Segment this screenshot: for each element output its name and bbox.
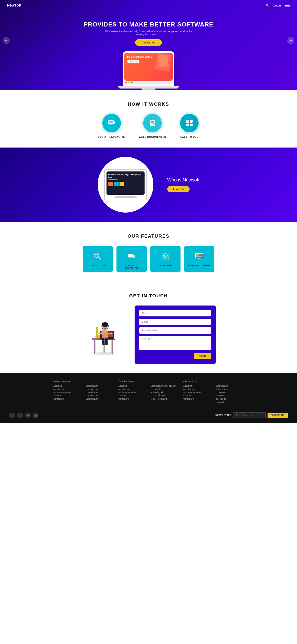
- easy-icon: [180, 114, 199, 132]
- how-works-section: HOW IT WORKS FULLY RESPONSIVE: [0, 90, 297, 148]
- footer-item: Lorem ipsum: [86, 388, 114, 390]
- footer-item[interactable]: Services: [183, 394, 211, 397]
- footer-item[interactable]: Services: [118, 394, 146, 397]
- menu-button[interactable]: [285, 3, 290, 8]
- how-works-label-2: EASY TO USE: [180, 136, 198, 138]
- footer-social: f t in ig: [9, 412, 38, 418]
- monitor-content: Powerful Web Hosting Landing Page Zero: [108, 173, 143, 186]
- phone-input[interactable]: [139, 327, 211, 334]
- footer-item: consectetur: [216, 391, 244, 394]
- svg-rect-12: [190, 120, 193, 123]
- contact-inner: SEND: [9, 306, 288, 364]
- svg-rect-41: [112, 340, 113, 354]
- header-right: 🔍 Login: [266, 3, 290, 8]
- subscribe-button[interactable]: SUBSCRIBE: [268, 412, 288, 418]
- svg-rect-53: [98, 333, 103, 334]
- linkedin-icon[interactable]: in: [25, 412, 31, 418]
- hero-arrow-left[interactable]: ←: [3, 37, 10, 44]
- svg-rect-7: [151, 124, 153, 124]
- contact-section: GET IN TOUCH: [0, 282, 297, 373]
- footer-col-title-0: New software: [53, 380, 81, 383]
- clean-codes-icon: [92, 250, 103, 262]
- footer-item[interactable]: About services: [53, 388, 81, 390]
- how-works-item-1: WELL DOCUMENTED: [139, 114, 166, 138]
- newsletter-input[interactable]: [233, 412, 266, 418]
- feature-label-2: FREE FONT: [158, 264, 172, 267]
- features-title: OUR FEATURES: [9, 234, 288, 239]
- feature-card-0: CLEAN CODES: [83, 246, 113, 272]
- how-works-item-0: FULLY RESPONSIVE: [98, 114, 125, 138]
- footer-item: Lorem ipsum: [86, 385, 114, 387]
- footer-item[interactable]: Services: [53, 394, 81, 397]
- footer-item[interactable]: Contact Us: [183, 398, 211, 400]
- footer-col-5: Lorem ipsum dolor sit amet, consectetur …: [216, 380, 244, 404]
- newsletter-label: NEWSLETTER: [215, 414, 231, 416]
- svg-point-65: [102, 343, 105, 345]
- how-works-title: HOW IT WORKS: [9, 102, 288, 107]
- footer-col-title-1: [86, 380, 114, 383]
- laptop-screen: Build Your Better Software Get Started: [124, 53, 173, 80]
- svg-text:F: F: [164, 255, 166, 257]
- footer-col-4: Contact Us About Us About services About…: [183, 380, 211, 404]
- svg-rect-5: [151, 121, 154, 122]
- feature-card-1: PERFECT SHOWCASE: [116, 246, 147, 272]
- facebook-icon[interactable]: f: [9, 412, 15, 418]
- svg-rect-21: [128, 254, 133, 257]
- feature-label-3: HIGH RESOLUTION: [188, 264, 211, 267]
- footer-col-2: The Services About Us About services Abo…: [118, 380, 146, 404]
- monitor-text: Powerful Web Hosting Landing Page Zero: [108, 173, 143, 178]
- footer-item: sed do eiusmod: [151, 394, 179, 397]
- search-icon[interactable]: 🔍: [266, 4, 269, 7]
- hero-section: Newsoft 🔍 Login ← → PROVIDES TO MAKE BET…: [0, 0, 297, 90]
- how-works-label-0: FULLY RESPONSIVE: [98, 136, 125, 138]
- footer-item: consectetur: [151, 388, 179, 390]
- name-input[interactable]: [139, 310, 211, 316]
- contact-title: GET IN TOUCH: [9, 293, 288, 298]
- footer-item[interactable]: About Departments: [118, 391, 146, 394]
- footer-item[interactable]: About services: [183, 388, 211, 390]
- documented-icon: [143, 114, 162, 132]
- email-input[interactable]: [139, 319, 211, 325]
- svg-point-62: [106, 327, 106, 327]
- features-section: OUR FEATURES CLEAN CODES: [0, 222, 297, 282]
- instagram-icon[interactable]: ig: [33, 412, 38, 418]
- svg-text:A: A: [167, 258, 168, 259]
- svg-rect-36: [198, 258, 201, 259]
- footer-item[interactable]: About Departments: [183, 391, 211, 394]
- who-circle: Powerful Web Hosting Landing Page Zero: [98, 157, 153, 212]
- send-button[interactable]: SEND: [194, 353, 211, 359]
- twitter-icon[interactable]: t: [17, 412, 23, 418]
- who-monitor: Powerful Web Hosting Landing Page Zero: [102, 167, 149, 202]
- footer-item: Lorem ipsum: [216, 385, 244, 387]
- message-input[interactable]: [139, 336, 211, 350]
- footer-item[interactable]: Contact Us: [118, 398, 146, 400]
- footer-item[interactable]: Contact Us: [53, 398, 81, 400]
- who-about-button[interactable]: About Us: [167, 186, 190, 192]
- footer-item[interactable]: About services: [118, 388, 146, 390]
- svg-point-56: [110, 332, 112, 334]
- how-works-items: FULLY RESPONSIVE WELL DOCUMENTED: [9, 114, 288, 138]
- footer-item[interactable]: About Us: [118, 385, 146, 387]
- footer-col-3: Lorem ipsum dolor sit amet, consectetur …: [151, 380, 179, 404]
- who-text: Who is Newsoft About Us: [167, 177, 200, 192]
- feature-label-0: CLEAN CODES: [89, 264, 107, 267]
- footer-item: adipiscing: [216, 394, 244, 397]
- monitor-foot: [114, 196, 137, 198]
- footer-item[interactable]: About Us: [183, 385, 211, 387]
- footer-item[interactable]: About Us: [53, 385, 81, 387]
- svg-rect-13: [186, 124, 189, 126]
- footer-columns: New software About Us About services Abo…: [9, 380, 288, 404]
- svg-rect-11: [186, 120, 189, 123]
- free-font-icon: F A: [160, 250, 171, 262]
- footer-col-title-2: The Services: [118, 380, 146, 383]
- svg-point-66: [105, 343, 108, 345]
- footer-item[interactable]: About Departments: [53, 391, 81, 394]
- hero-arrow-right[interactable]: →: [287, 37, 294, 44]
- laptop-stand: [142, 88, 155, 90]
- svg-rect-2: [114, 121, 115, 124]
- login-button[interactable]: Login: [273, 4, 281, 7]
- svg-rect-64: [105, 338, 108, 344]
- footer-col-1: Lorem ipsum Lorem ipsum Lorem ipsum Lore…: [86, 380, 114, 404]
- footer-item: Lorem ipsum: [86, 394, 114, 397]
- footer-item: dolor sit amet,: [216, 388, 244, 390]
